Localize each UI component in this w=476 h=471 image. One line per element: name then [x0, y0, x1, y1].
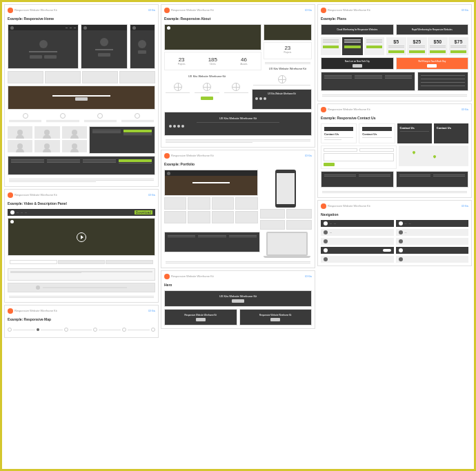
avatar-card [62, 140, 87, 152]
footer-block-sm [417, 72, 468, 91]
tab-group [10, 260, 153, 264]
thumb[interactable] [286, 209, 312, 219]
globe-icon [203, 83, 211, 91]
thumb[interactable] [188, 197, 210, 210]
name-input[interactable] [324, 148, 357, 152]
sheet-contact: Responsive Website Wireframe Kit UX Kits… [317, 103, 472, 198]
thumb[interactable] [164, 211, 186, 223]
map-block[interactable] [399, 146, 469, 166]
nav-bar-light [321, 238, 394, 245]
select-plan-button[interactable] [344, 46, 360, 48]
cta-button[interactable] [353, 64, 362, 68]
select-plan-button[interactable] [366, 46, 382, 48]
footer-block [321, 72, 415, 91]
thumb[interactable] [188, 211, 210, 223]
sheet-label: Hero [164, 283, 312, 287]
globe-feature [252, 72, 312, 88]
tab[interactable] [106, 260, 153, 264]
person-icon [17, 130, 23, 135]
select-plan-button[interactable] [450, 50, 466, 53]
hero-button[interactable] [75, 97, 88, 101]
price-card: $5 [386, 37, 406, 55]
thumb[interactable] [260, 209, 286, 219]
logo-dot-icon [83, 26, 87, 30]
cta-text: We'll Keep in Touch Each Day [418, 60, 446, 63]
tab[interactable] [58, 260, 106, 264]
select-plan-button[interactable] [430, 50, 446, 53]
contact-panel: Contact Us [321, 123, 357, 143]
cta-button[interactable] [98, 53, 110, 57]
contact-nav [324, 127, 353, 131]
image-card [8, 71, 43, 83]
brand-logo-icon [321, 107, 326, 112]
thumb[interactable] [164, 197, 186, 210]
price-card: $50 [428, 37, 448, 55]
social-icon[interactable] [177, 125, 180, 128]
thumb[interactable] [286, 220, 312, 230]
cta-button[interactable] [44, 55, 57, 59]
phone-mockup [275, 170, 296, 208]
brand-logo-icon [164, 274, 170, 279]
cta-banner: Now Live on New York City [321, 57, 394, 70]
social-icon[interactable] [259, 97, 262, 100]
nav-cta-button[interactable]: Download [135, 210, 152, 214]
cta-button[interactable] [427, 64, 437, 68]
dark-panel: UX Kits Website Wireframe Kit [252, 89, 312, 110]
hero-title: Responsive Website Wireframe Kit [259, 314, 291, 317]
price-value: $75 [450, 39, 466, 44]
globe-feature [164, 80, 191, 95]
cta-button[interactable] [30, 55, 42, 59]
social-icon[interactable] [255, 97, 258, 100]
email-input[interactable] [359, 148, 393, 152]
nav-logo-icon [324, 230, 328, 234]
sheet-title: Responsive Website Wireframe Kit [171, 274, 214, 278]
thumb[interactable] [212, 211, 234, 223]
sheet-hero-variants: Responsive Website Wireframe Kit UX Kits… [161, 270, 315, 329]
nav-bar-dark [321, 247, 394, 254]
thumb[interactable] [260, 220, 286, 230]
footer-cta-button[interactable] [119, 159, 152, 162]
nav-bar-light [396, 238, 469, 245]
thumb[interactable] [235, 211, 257, 223]
select-plan-button[interactable] [323, 46, 339, 48]
message-textarea[interactable] [324, 153, 394, 161]
stat-block: 23Projects [167, 54, 196, 68]
quote-icon [36, 285, 40, 290]
social-icon[interactable] [181, 125, 184, 128]
cta-button[interactable] [138, 50, 146, 54]
hero-button[interactable] [196, 318, 206, 321]
sheet-title: Responsive Website Wireframe Kit [171, 154, 214, 157]
nav-bar-dark: ——— Download [8, 209, 155, 216]
nav-bar-light: — [321, 229, 394, 236]
hero-button[interactable] [232, 299, 244, 303]
submit-button[interactable] [324, 163, 335, 166]
hero-button[interactable] [270, 318, 280, 321]
footer-block [321, 171, 394, 188]
feature-box [45, 112, 80, 124]
sheet-video-panel: Responsive Website Wireframe Kit UX Kits… [4, 189, 159, 303]
step-dot[interactable] [37, 328, 39, 331]
thumb[interactable] [235, 197, 257, 210]
search-input[interactable] [383, 249, 391, 252]
play-button-icon[interactable] [77, 232, 86, 242]
step-icon [151, 328, 155, 332]
feature-box [120, 112, 155, 124]
globe-icon [174, 83, 182, 91]
person-icon [44, 130, 50, 135]
tab[interactable] [10, 260, 57, 264]
select-plan-button[interactable] [409, 50, 425, 53]
feature-box [8, 112, 43, 124]
social-icon[interactable] [173, 125, 176, 128]
social-icon[interactable] [169, 125, 172, 128]
nav-logo-icon [324, 257, 328, 261]
photo-hero [164, 24, 261, 50]
cta-button[interactable] [201, 97, 213, 100]
plan-banner: Rapid Wireframing for Responsive Website… [396, 24, 469, 35]
sheet-plans: Responsive Website Wireframe Kit UX Kits… [317, 4, 472, 101]
footer-cta-button[interactable] [123, 130, 152, 132]
social-icon[interactable] [264, 97, 266, 100]
footer-block [396, 171, 469, 188]
select-plan-button[interactable] [388, 50, 404, 53]
thumb[interactable] [212, 197, 234, 210]
video-hero [8, 218, 155, 256]
